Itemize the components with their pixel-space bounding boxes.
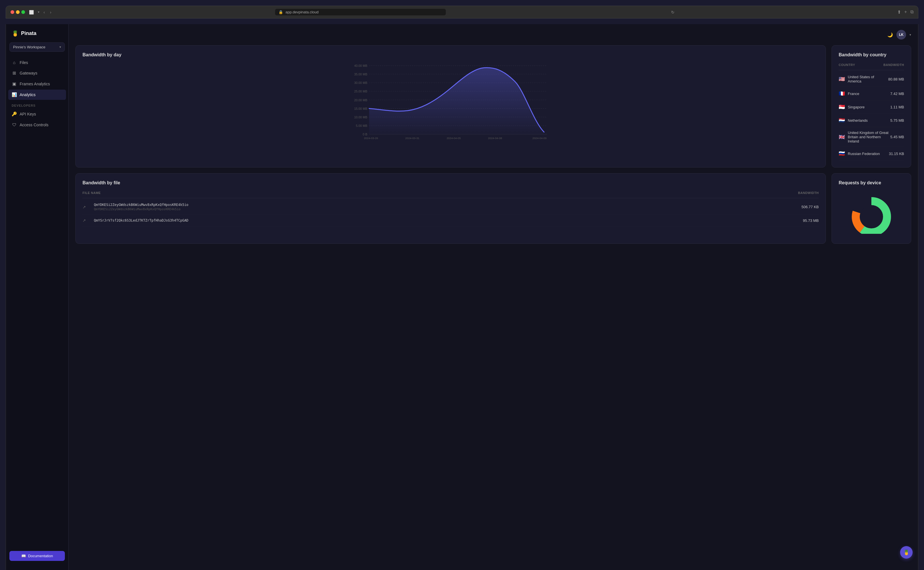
bandwidth-sg: 1.11 MB — [890, 105, 904, 109]
bandwidth-by-file-card: Bandwidth by file FILE NAME BANDWIDTH ↗ … — [75, 173, 826, 244]
file-name-1: QmYSrJrV7sf2Qkc6S3LedJTKTZrTpfHhaDJsG3h4… — [94, 218, 800, 222]
country-row-nl: 🇳🇱 Netherlands 5.75 MB — [839, 114, 904, 127]
country-info-gb: 🇬🇧 United Kingdom of Great Britain and N… — [839, 130, 890, 143]
moon-icon[interactable]: 🌙 — [887, 32, 893, 38]
sidebar-item-analytics-label: Analytics — [20, 92, 35, 97]
file-name-group-1: QmYSrJrV7sf2Qkc6S3LedJTKTZrTpfHhaDJsG3h4… — [94, 218, 800, 222]
flag-sg: 🇸🇬 — [839, 104, 845, 110]
sidebar-item-frames-analytics[interactable]: ▣ Frames Analytics — [8, 79, 66, 89]
doc-button-label: Documentation — [28, 554, 53, 558]
country-name-sg: Singapore — [848, 105, 864, 109]
flag-us: 🇺🇸 — [839, 76, 845, 82]
url-text: app.devpinata.cloud — [285, 10, 318, 14]
file-table-header: FILE NAME BANDWIDTH — [83, 191, 819, 198]
svg-text:25.00 MB: 25.00 MB — [354, 90, 367, 93]
reload-button[interactable]: ↻ — [671, 10, 674, 14]
requests-by-device-title: Requests by device — [839, 180, 904, 185]
file-name-group-0: QmYDKESi2ZeyGWdszkB6WiuMwv8xRpKxQfHposKR… — [94, 203, 799, 211]
sidebar-item-analytics[interactable]: 📊 Analytics — [8, 90, 66, 100]
col-file-bandwidth-header: BANDWIDTH — [798, 191, 819, 195]
sidebar-item-files[interactable]: ⌂ Files — [8, 57, 66, 67]
dev-nav: 🔑 API Keys 🛡 Access Controls — [6, 109, 68, 130]
window-icon[interactable]: ⧉ — [910, 9, 913, 15]
external-link-icon-0[interactable]: ↗ — [83, 205, 92, 209]
svg-text:5.00 MB: 5.00 MB — [356, 124, 367, 127]
avatar[interactable]: LK — [896, 30, 906, 40]
country-info-us: 🇺🇸 United States of America — [839, 75, 888, 83]
country-table-header: COUNTRY BANDWIDTH — [839, 63, 904, 70]
file-bandwidth-0: 506.77 KB — [801, 205, 819, 209]
bandwidth-fr: 7.42 MB — [890, 92, 904, 96]
main-nav: ⌂ Files ⊞ Gateways ▣ Frames Analytics 📊 … — [6, 57, 68, 100]
sidebar-item-gateways[interactable]: ⊞ Gateways — [8, 68, 66, 78]
workspace-selector[interactable]: Pinnie's Workspace ▾ — [9, 42, 65, 52]
sidebar-chevron-icon[interactable]: ▾ — [38, 10, 40, 14]
sidebar-item-access-controls-label: Access Controls — [20, 123, 48, 127]
bandwidth-by-day-card: Bandwidth by day 40.00 MB 35.00 MB 30.00… — [75, 45, 826, 167]
country-name-fr: France — [848, 92, 859, 96]
browser-actions: ⬆ + ⧉ — [897, 9, 913, 15]
browser-toolbar: ⬜ ▾ ‹ › 🔒 app.devpinata.cloud ↻ ⬆ + ⧉ — [11, 9, 913, 18]
back-button[interactable]: ‹ — [42, 9, 46, 15]
col-bandwidth-header: BANDWIDTH — [883, 63, 904, 67]
bandwidth-by-country-card: Bandwidth by country COUNTRY BANDWIDTH 🇺… — [832, 45, 911, 167]
home-icon: ⌂ — [12, 60, 17, 65]
external-link-icon-1[interactable]: ↗ — [83, 218, 92, 223]
flag-fr: 🇫🇷 — [839, 90, 845, 97]
share-icon[interactable]: ⬆ — [897, 9, 901, 15]
donut-chart — [849, 194, 894, 234]
country-name-us: United States of America — [848, 75, 888, 83]
new-tab-icon[interactable]: + — [904, 9, 907, 15]
close-button[interactable] — [11, 10, 14, 14]
country-row-gb: 🇬🇧 United Kingdom of Great Britain and N… — [839, 127, 904, 147]
bandwidth-nl: 5.75 MB — [890, 118, 904, 123]
svg-text:2024-04-09: 2024-04-09 — [533, 136, 547, 139]
sidebar-item-access-controls[interactable]: 🛡 Access Controls — [8, 120, 66, 130]
fullscreen-button[interactable] — [21, 10, 25, 14]
sidebar-item-api-keys[interactable]: 🔑 API Keys — [8, 109, 66, 119]
workspace-name: Pinnie's Workspace — [13, 45, 46, 49]
flag-gb: 🇬🇧 — [839, 134, 845, 140]
svg-text:15.00 MB: 15.00 MB — [354, 107, 367, 110]
main-content: 🌙 LK ▾ Bandwidth by day 40.00 MB 35.00 M… — [69, 24, 918, 570]
col-filename-header: FILE NAME — [83, 191, 798, 195]
country-name-ru: Russian Federation — [848, 152, 880, 156]
minimize-button[interactable] — [16, 10, 20, 14]
sidebar-item-gateways-label: Gateways — [20, 71, 37, 75]
top-bar: 🌙 LK ▾ — [75, 30, 911, 40]
svg-text:2024-03-31: 2024-03-31 — [405, 136, 420, 139]
documentation-button[interactable]: 📖 Documentation — [9, 551, 65, 561]
svg-text:2024-04-05: 2024-04-05 — [447, 136, 461, 139]
svg-text:2024-03-26: 2024-03-26 — [364, 136, 378, 139]
svg-point-27 — [860, 205, 883, 228]
bandwidth-us: 80.88 MB — [888, 77, 904, 81]
sidebar-toggle-icon[interactable]: ⬜ — [29, 10, 34, 14]
country-row-fr: 🇫🇷 France 7.42 MB — [839, 87, 904, 100]
file-name-0: QmYDKESi2ZeyGWdszkB6WiuMwv8xRpKxQfHposKR… — [94, 203, 799, 207]
svg-text:0 B: 0 B — [363, 133, 367, 136]
country-info-fr: 🇫🇷 France — [839, 90, 890, 97]
chevron-down-icon: ▾ — [60, 45, 61, 49]
bandwidth-chart: 40.00 MB 35.00 MB 30.00 MB 25.00 MB 20.0… — [83, 63, 819, 143]
avatar-chevron-icon[interactable]: ▾ — [910, 33, 911, 37]
bandwidth-by-day-title: Bandwidth by day — [83, 52, 819, 57]
svg-text:2024-04-08: 2024-04-08 — [488, 136, 502, 139]
country-info-nl: 🇳🇱 Netherlands — [839, 117, 890, 123]
forward-button[interactable]: › — [49, 9, 53, 15]
logo-icon: 🍍 — [12, 30, 19, 37]
address-bar[interactable]: 🔒 app.devpinata.cloud — [275, 9, 446, 15]
bandwidth-gb: 5.45 MB — [890, 135, 904, 139]
country-info-ru: 🇷🇺 Russian Federation — [839, 150, 889, 157]
sidebar: 🍍 Pinata Pinnie's Workspace ▾ ⌂ Files ⊞ … — [6, 24, 69, 570]
svg-text:40.00 MB: 40.00 MB — [354, 64, 367, 67]
file-name-sub-0: QmYDKESi2ZeyGWdszkB6WiuMwv8xRpKxQfHposKR… — [94, 207, 799, 211]
browser-chrome: ⬜ ▾ ‹ › 🔒 app.devpinata.cloud ↻ ⬆ + ⧉ — [6, 6, 918, 18]
country-row-us: 🇺🇸 United States of America 80.88 MB — [839, 71, 904, 87]
country-row-sg: 🇸🇬 Singapore 1.11 MB — [839, 100, 904, 114]
floating-action-button[interactable]: 🍍 — [900, 546, 913, 559]
sidebar-item-frames-analytics-label: Frames Analytics — [20, 82, 50, 86]
svg-text:20.00 MB: 20.00 MB — [354, 98, 367, 102]
doc-icon: 📖 — [21, 554, 26, 558]
dashboard-top-grid: Bandwidth by day 40.00 MB 35.00 MB 30.00… — [75, 45, 911, 167]
bandwidth-by-country-title: Bandwidth by country — [839, 52, 904, 57]
